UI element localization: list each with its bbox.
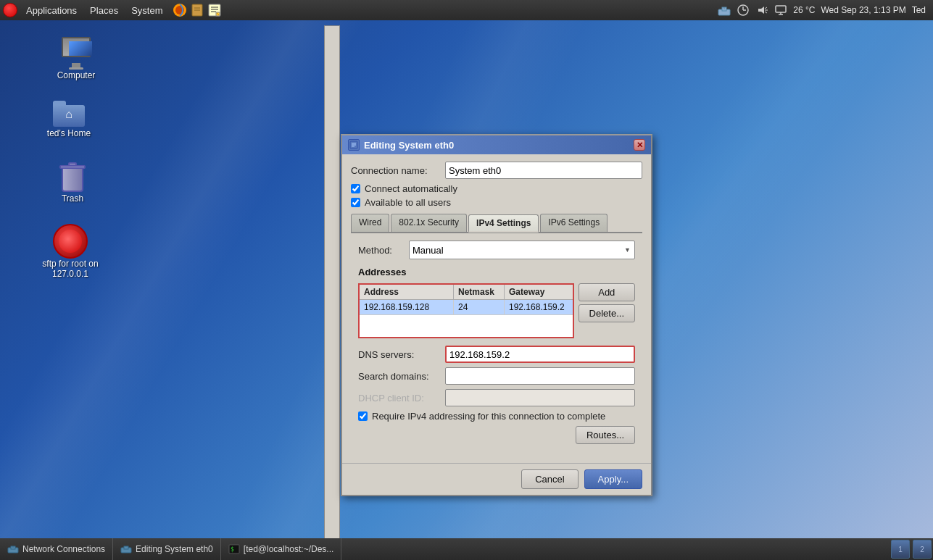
tab-8021x[interactable]: 802.1x Security bbox=[391, 214, 467, 232]
menu-system[interactable]: System bbox=[125, 4, 168, 17]
routes-row: Routes... bbox=[358, 426, 635, 444]
method-select-wrapper: Manual Automatic (DHCP) Link-Local Only … bbox=[409, 241, 635, 259]
svg-line-21 bbox=[765, 12, 767, 13]
table-row[interactable]: 192.168.159.128 24 192.168.159.2 bbox=[360, 300, 573, 315]
connect-auto-checkbox[interactable] bbox=[351, 184, 360, 193]
taskbar-item-editing-eth0[interactable]: Editing System eth0 bbox=[113, 538, 221, 560]
sftp-icon-label: sftp for root on 127.0.0.1 bbox=[41, 259, 100, 280]
text-editor-icon[interactable] bbox=[207, 3, 222, 17]
terminal-icon: $ bbox=[228, 543, 240, 555]
delete-button[interactable]: Delete... bbox=[579, 304, 635, 322]
editing-dialog: Editing System eth0 ✕ Connection name: C… bbox=[341, 134, 652, 496]
svg-marker-18 bbox=[758, 7, 764, 14]
addr-table: Address Netmask Gateway 192.168.159.128 … bbox=[358, 283, 574, 338]
taskbar-item-net-connections[interactable]: Network Connections bbox=[0, 538, 113, 560]
method-select[interactable]: Manual Automatic (DHCP) Link-Local Only … bbox=[409, 241, 635, 259]
require-ipv4-label: Require IPv4 addressing for this connect… bbox=[372, 411, 605, 422]
cell-address: 192.168.159.128 bbox=[360, 300, 454, 314]
svg-rect-33 bbox=[124, 546, 128, 549]
search-domains-row: Search domains: bbox=[358, 367, 635, 385]
taskbar-item-terminal[interactable]: $ [ted@localhost:~/Des... bbox=[221, 538, 342, 560]
connection-name-label: Connection name: bbox=[351, 165, 445, 176]
username-display: Ted bbox=[912, 5, 926, 15]
require-ipv4-row: Require IPv4 addressing for this connect… bbox=[358, 411, 635, 422]
editing-eth0-label: Editing System eth0 bbox=[136, 544, 213, 554]
net-connections-icon bbox=[7, 543, 19, 555]
dialog-body: Connection name: Connect automatically A… bbox=[342, 154, 651, 463]
menu-applications[interactable]: Applications bbox=[20, 4, 83, 17]
volume-tray-icon[interactable] bbox=[755, 4, 768, 17]
dns-row: DNS servers: bbox=[358, 346, 635, 363]
network-connections-panel bbox=[324, 25, 340, 547]
tab-ipv6[interactable]: IPv6 Settings bbox=[540, 214, 608, 232]
workspace-btn-2[interactable]: 2 bbox=[913, 540, 932, 559]
temperature-display: 26 °C bbox=[793, 5, 815, 15]
col-header-gateway: Gateway bbox=[505, 285, 573, 299]
tab-ipv4[interactable]: IPv4 Settings bbox=[468, 214, 539, 233]
dialog-footer: Cancel Apply... bbox=[342, 463, 651, 495]
method-row: Method: Manual Automatic (DHCP) Link-Loc… bbox=[358, 241, 635, 259]
method-label: Method: bbox=[358, 245, 409, 256]
home-icon-label: ted's Home bbox=[47, 128, 91, 138]
terminal-label: [ted@localhost:~/Des... bbox=[244, 544, 334, 554]
dhcp-label: DHCP client ID: bbox=[358, 393, 445, 404]
svg-line-19 bbox=[765, 7, 767, 9]
network-tray-icon[interactable] bbox=[718, 4, 731, 17]
require-ipv4-checkbox[interactable] bbox=[358, 411, 368, 421]
tabs-container: Wired 802.1x Security IPv4 Settings IPv6… bbox=[351, 214, 642, 233]
firefox-icon[interactable] bbox=[173, 3, 187, 17]
display-tray-icon[interactable] bbox=[774, 4, 787, 17]
ipv4-tab-content: Method: Manual Automatic (DHCP) Link-Loc… bbox=[351, 233, 642, 456]
apply-button[interactable]: Apply... bbox=[584, 469, 642, 489]
cancel-button[interactable]: Cancel bbox=[521, 469, 578, 489]
editing-icon bbox=[120, 543, 132, 555]
workspace-btn-1[interactable]: 1 bbox=[891, 540, 910, 559]
dhcp-input bbox=[445, 389, 635, 406]
connection-name-input[interactable] bbox=[445, 162, 642, 179]
addr-buttons: Add Delete... bbox=[579, 283, 635, 338]
dialog-title-text: Editing System eth0 bbox=[364, 140, 454, 151]
addr-table-wrapper: Address Netmask Gateway 192.168.159.128 … bbox=[358, 283, 635, 338]
dns-label: DNS servers: bbox=[358, 349, 445, 360]
desktop-icon-home[interactable]: ⌂ ted's Home bbox=[36, 91, 101, 141]
bottom-taskbar: Network Connections Editing System eth0 … bbox=[0, 538, 933, 560]
desktop-icon-trash[interactable]: Trash bbox=[40, 156, 105, 206]
cell-netmask: 24 bbox=[454, 300, 505, 314]
svg-text:$: $ bbox=[231, 546, 234, 553]
addr-table-header: Address Netmask Gateway bbox=[360, 285, 573, 300]
addresses-label: Addresses bbox=[358, 267, 635, 277]
addr-empty-row bbox=[360, 315, 573, 337]
dialog-title-icon bbox=[348, 139, 360, 151]
desktop-icon-sftp[interactable]: sftp for root on 127.0.0.1 bbox=[38, 221, 103, 283]
dialog-titlebar: Editing System eth0 ✕ bbox=[342, 135, 651, 154]
search-domains-input[interactable] bbox=[445, 367, 635, 385]
dhcp-row: DHCP client ID: bbox=[358, 389, 635, 406]
svg-rect-22 bbox=[776, 6, 786, 12]
desktop-icon-computer[interactable]: Computer bbox=[43, 33, 109, 83]
add-button[interactable]: Add bbox=[579, 283, 635, 301]
computer-icon-label: Computer bbox=[57, 70, 96, 80]
menu-places[interactable]: Places bbox=[84, 4, 124, 17]
available-users-label: Available to all users bbox=[365, 197, 451, 208]
trash-icon-label: Trash bbox=[62, 193, 83, 204]
taskbar-right: 1 2 bbox=[890, 538, 933, 560]
addresses-section: Addresses Address Netmask Gateway 192.16… bbox=[358, 267, 635, 338]
routes-button[interactable]: Routes... bbox=[576, 426, 635, 444]
net-connections-label: Network Connections bbox=[22, 544, 105, 554]
available-users-row: Available to all users bbox=[351, 197, 642, 208]
clock-tray-icon bbox=[737, 4, 750, 17]
col-header-netmask: Netmask bbox=[454, 285, 505, 299]
tab-wired[interactable]: Wired bbox=[351, 214, 389, 232]
cell-gateway: 192.168.159.2 bbox=[505, 300, 573, 314]
available-users-checkbox[interactable] bbox=[351, 198, 360, 207]
col-header-address: Address bbox=[360, 285, 454, 299]
connect-auto-label: Connect automatically bbox=[365, 183, 457, 194]
datetime-display: Wed Sep 23, 1:13 PM bbox=[821, 5, 905, 15]
connection-name-row: Connection name: bbox=[351, 162, 642, 179]
top-menubar: Applications Places System bbox=[0, 0, 933, 20]
connect-auto-row: Connect automatically bbox=[351, 183, 642, 194]
bookmarks-icon[interactable] bbox=[190, 3, 204, 17]
app-icon bbox=[3, 3, 17, 17]
dialog-close-button[interactable]: ✕ bbox=[634, 139, 645, 151]
dns-input[interactable] bbox=[445, 346, 635, 363]
